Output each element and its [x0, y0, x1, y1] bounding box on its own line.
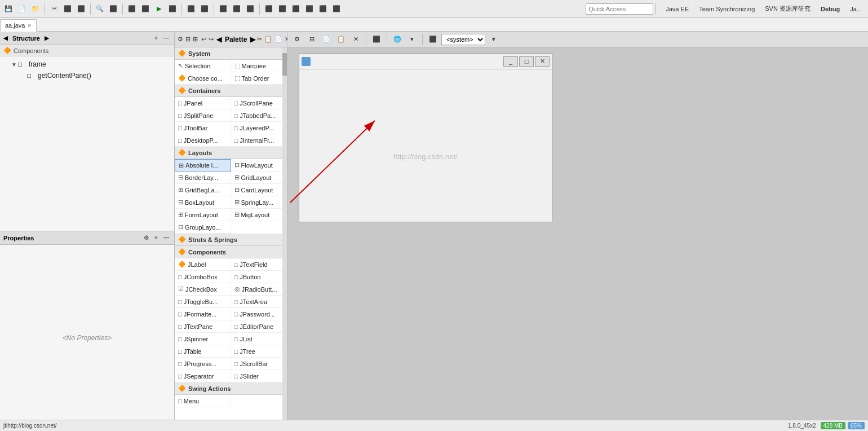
palette-scrollbar[interactable]: [282, 47, 287, 431]
toolbar-btn-15[interactable]: ⬛: [217, 3, 229, 15]
toolbar-btn-18[interactable]: ⬛: [263, 3, 275, 15]
swing-restore-btn[interactable]: □: [519, 56, 534, 67]
palette-item-jdesktopP[interactable]: □ JDesktopP...: [175, 134, 231, 147]
palette-undo-btn[interactable]: ↩: [201, 33, 207, 46]
palette-item-jseparator[interactable]: □ JSeparator: [175, 370, 231, 382]
toolbar-btn-22[interactable]: ⬛: [317, 3, 329, 15]
palette-item-gridlayout[interactable]: ⊞ GridLayout: [231, 171, 287, 184]
palette-item-jlist[interactable]: □ JList: [231, 333, 287, 345]
toolbar-btn-8[interactable]: ⬛: [107, 3, 119, 15]
palette-item-jbutton[interactable]: □ JButton: [231, 271, 287, 283]
palette-item-gridbaglayout[interactable]: ⊞ GridBagLa...: [175, 184, 231, 196]
toolbar-btn-17[interactable]: ⬛: [244, 3, 256, 15]
palette-item-jformatte[interactable]: □ JFormatte...: [175, 308, 231, 320]
palette-item-jsplitpane[interactable]: □ JSplitPane: [175, 109, 231, 122]
palette-item-jpassword[interactable]: □ JPassword...: [231, 308, 287, 320]
palette-item-flowlayout[interactable]: ⊟ FlowLayout: [231, 159, 287, 171]
design-btn4[interactable]: 📋: [335, 33, 347, 46]
perspective-debug[interactable]: Debug: [817, 4, 844, 14]
toolbar-btn-21[interactable]: ⬛: [303, 3, 316, 15]
tab-close-icon[interactable]: ✕: [27, 23, 32, 29]
palette-scrollbar-thumb[interactable]: [282, 53, 287, 76]
toolbar-btn-4[interactable]: ✂: [48, 3, 60, 15]
palette-item-jinternalfr[interactable]: □ JInternalFr...: [231, 134, 287, 147]
palette-cut-btn[interactable]: ✂: [256, 33, 263, 46]
palette-item-springlayout[interactable]: ⊞ SpringLay...: [231, 196, 287, 209]
swing-minimize-btn[interactable]: _: [503, 56, 518, 67]
palette-item-miglayout[interactable]: ⊞ MigLayout: [231, 209, 287, 221]
design-btn8[interactable]: ⬛: [427, 33, 439, 46]
palette-item-jtree[interactable]: □ JTree: [231, 345, 287, 358]
palette-item-jtextarea[interactable]: □ JTextArea: [231, 296, 287, 308]
toolbar-btn-7[interactable]: 🔍: [94, 3, 106, 15]
system-combo[interactable]: <system>: [441, 34, 485, 45]
palette-item-jtoolbar[interactable]: □ JToolBar: [175, 122, 231, 134]
toolbar-btn-16[interactable]: ⬛: [231, 3, 243, 15]
palette-item-jtabbedpa[interactable]: □ JTabbedPa...: [231, 109, 287, 122]
palette-item-marquee[interactable]: ⬚ Marquee: [231, 60, 287, 72]
perspective-java[interactable]: Ja...: [846, 4, 866, 14]
palette-item-jpanel[interactable]: □ JPanel: [175, 97, 231, 109]
category-struts[interactable]: 🔶 Struts & Springs: [175, 234, 287, 246]
category-swing-actions[interactable]: 🔶 Swing Actions: [175, 382, 287, 395]
palette-item-cardlayout[interactable]: ⊟ CardLayout: [231, 184, 287, 196]
toolbar-btn-13[interactable]: ⬛: [185, 3, 197, 15]
palette-item-jscrollpane[interactable]: □ JScrollPane: [231, 97, 287, 109]
structure-add-btn[interactable]: +: [152, 34, 161, 43]
palette-item-jcombobox[interactable]: □ JComboBox: [175, 271, 231, 283]
palette-item-grouplayout[interactable]: ⊟ GroupLayo...: [175, 221, 231, 234]
palette-item-menu[interactable]: □ Menu: [175, 395, 231, 407]
palette-item-jslider[interactable]: □ JSlider: [231, 370, 287, 382]
palette-item-jtogglebu[interactable]: □ JToggleBu...: [175, 296, 231, 308]
perspective-team-sync[interactable]: Team Synchronizing: [695, 4, 759, 14]
frame-toggle[interactable]: ▼: [11, 61, 18, 68]
category-containers[interactable]: 🔶 Containers: [175, 85, 287, 97]
palette-item-jlabel[interactable]: 🔶 JLabel: [175, 258, 231, 271]
palette-item-selection[interactable]: ↖ Selection: [175, 60, 231, 72]
structure-collapse-icon[interactable]: ◀: [3, 35, 8, 41]
toolbar-btn-20[interactable]: ⬛: [290, 3, 302, 15]
palette-item-jeditorpane[interactable]: □ JEditorPane: [231, 320, 287, 333]
palette-settings-btn[interactable]: ⚙: [177, 33, 184, 46]
toolbar-btn-2[interactable]: 📄: [16, 3, 28, 15]
palette-item-jspinner[interactable]: □ JSpinner: [175, 333, 231, 345]
toolbar-btn-23[interactable]: ⬛: [330, 3, 343, 15]
design-btn3[interactable]: 📄: [320, 33, 333, 46]
swing-close-btn[interactable]: ✕: [535, 56, 550, 67]
tree-item-frame[interactable]: ▼ □ frame: [0, 59, 174, 70]
quick-access-input[interactable]: [586, 3, 653, 15]
category-system[interactable]: 🔶 System: [175, 47, 287, 60]
perspective-java-ee[interactable]: Java EE: [662, 4, 693, 14]
toolbar-btn-19[interactable]: ⬛: [276, 3, 289, 15]
palette-layout-btn2[interactable]: ⊞: [192, 33, 198, 46]
palette-copy-btn[interactable]: 📋: [264, 33, 273, 46]
tab-aa-java[interactable]: aa.java ✕: [0, 19, 37, 32]
toolbar-btn-12[interactable]: ⬛: [166, 3, 179, 15]
palette-item-jtextpane[interactable]: □ JTextPane: [175, 320, 231, 333]
palette-item-choose-co[interactable]: 🔶 Choose co...: [175, 72, 231, 85]
design-btn6[interactable]: ⬛: [370, 33, 383, 46]
palette-item-jtable[interactable]: □ JTable: [175, 345, 231, 358]
properties-btn1[interactable]: ⚙: [141, 234, 150, 243]
palette-item-jcheckbox[interactable]: ☑ JCheckBox: [175, 283, 231, 296]
new-file-btn[interactable]: 💾: [2, 3, 15, 15]
palette-item-jradiobutt[interactable]: ◎ JRadioButt...: [231, 283, 287, 296]
system-combo-dropdown[interactable]: ▾: [488, 33, 500, 46]
palette-item-jtextfield[interactable]: □ JTextField: [231, 258, 287, 271]
design-btn7[interactable]: 🌐: [391, 33, 404, 46]
design-btn5[interactable]: ✕: [349, 33, 362, 46]
design-btn2[interactable]: ⊟: [305, 33, 318, 46]
toolbar-btn-5[interactable]: ⬛: [61, 3, 74, 15]
palette-layout-btn1[interactable]: ⊟: [185, 33, 191, 46]
toolbar-btn-3[interactable]: 📁: [29, 3, 42, 15]
toolbar-btn-14[interactable]: ⬛: [198, 3, 211, 15]
palette-item-jscrollbar[interactable]: □ JScrollBar: [231, 358, 287, 370]
palette-redo-btn[interactable]: ↪: [208, 33, 214, 46]
toolbar-btn-10[interactable]: ⬛: [139, 3, 152, 15]
palette-item-borderlay[interactable]: ⊟ BorderLay...: [175, 171, 231, 184]
design-btn1[interactable]: ⚙: [291, 33, 303, 46]
design-globe-dropdown[interactable]: ▾: [406, 33, 418, 46]
category-components[interactable]: 🔶 Components: [175, 246, 287, 258]
palette-item-boxlayout[interactable]: ⊟ BoxLayout: [175, 196, 231, 209]
palette-item-tab-order[interactable]: ⬚ Tab Order: [231, 72, 287, 85]
